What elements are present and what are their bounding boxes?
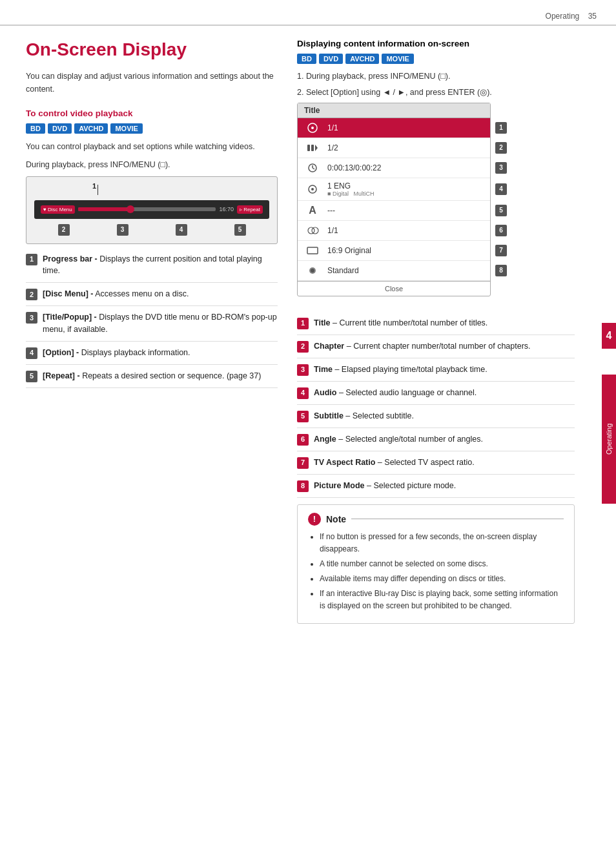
pb-progress-bar [78,207,216,211]
right-item-1-text: Title – Current title number/total numbe… [314,317,488,329]
right-item-8-text: Picture Mode – Selected picture mode. [314,480,456,492]
note-title: Note [326,514,346,524]
pb-num-3: 3 [117,224,128,236]
left-item-4: 4 [Option] - Displays playback informati… [26,347,278,365]
right-num-7: 7 [297,457,309,469]
osd-row-num-7: 7 [495,245,507,256]
osd-icon-angle [304,224,321,237]
pb-num-4: 4 [176,224,187,236]
right-num-6: 6 [297,434,309,446]
right-badge-avchd: AVCHD [345,54,379,64]
osd-row-num-3: 3 [495,162,507,174]
osd-close-button[interactable]: Close [298,281,490,296]
right-item-1: 1 Title – Current title number/total num… [297,317,575,335]
left-item-4-text: [Option] - Displays playback information… [43,347,190,359]
left-column: On-Screen Display You can display and ad… [26,39,297,624]
left-item-3-text: [Title/Popup] - Displays the DVD title m… [43,311,278,336]
body-text-2: During playback, press INFO/MENU (□). [26,158,278,171]
note-icon: ! [308,513,321,526]
pb-progress-fill [78,207,127,211]
main-content: On-Screen Display You can display and ad… [0,26,616,637]
page-title: On-Screen Display [26,39,278,61]
badge-dvd: DVD [48,123,72,134]
right-item-6: 6 Angle – Selected angle/total number of… [297,433,575,451]
instruction-2: 2. Select [Option] using ◄ / ►, and pres… [297,87,575,99]
osd-row-7: 16:9 Original 7 [298,241,490,261]
left-num-badge-4: 4 [26,347,37,359]
osd-value-3: 0:00:13/0:00:22 [327,163,484,172]
osd-row-4: 1 ENG ■ Digital MultiCH 4 [298,178,490,201]
note-item-2: A title number cannot be selected on som… [320,558,564,570]
osd-value-6: 1/1 [327,226,484,235]
svg-point-9 [311,188,314,191]
right-column: Displaying content information on-screen… [297,39,594,624]
osd-icon-picture [304,264,321,277]
note-item-4: If an interactive Blu-ray Disc is playin… [320,588,564,612]
osd-icon-audio [304,183,321,196]
osd-row-num-1: 1 [495,122,507,134]
note-box: ! Note If no button is pressed for a few… [297,504,575,624]
pb-label-1: 1 [92,182,96,190]
osd-icon-disc [304,121,321,134]
left-item-2-text: [Disc Menu] - Accesses menu on a disc. [43,288,189,300]
body-text-1: You can control playback and set options… [26,140,278,153]
osd-value-4: 1 ENG ■ Digital MultiCH [327,181,484,197]
svg-rect-3 [311,145,314,151]
svg-rect-12 [307,247,318,254]
page-header: Operating 35 [0,0,616,25]
right-item-2-text: Chapter – Current chapter number/total n… [314,340,531,353]
right-num-1: 1 [297,318,309,329]
osd-row-2: 1/2 2 [298,138,490,158]
right-badge-row: BD DVD AVCHD MOVIE [297,54,575,64]
left-item-3: 3 [Title/Popup] - Displays the DVD title… [26,311,278,342]
osd-box: Title 1/1 1 1/2 2 [297,103,491,296]
left-num-badge-5: 5 [26,371,37,382]
playback-illustration: 1 ♥ Disc Menu 16:70 ▹ Repeat 2 3 4 [26,176,278,244]
osd-row-6: 1/1 6 [298,221,490,241]
right-badge-movie: MOVIE [382,54,413,64]
left-item-list: 1 Progress bar - Displays the current po… [26,253,278,388]
badge-avchd: AVCHD [74,123,108,134]
right-badge-bd: BD [297,54,316,64]
osd-value-8: Standard [327,266,484,275]
badge-movie: MOVIE [110,123,142,134]
osd-value-1: 1/1 [327,123,484,132]
svg-rect-2 [307,145,310,151]
chapter-number-tab: 4 [602,323,616,349]
osd-row-num-6: 6 [495,225,507,236]
osd-container: Title 1/1 1 1/2 2 [297,103,491,307]
pb-progress-dot [127,205,134,213]
section-label: Operating [546,12,580,21]
right-badge-dvd: DVD [319,54,343,64]
osd-row-num-4: 4 [495,183,507,195]
right-item-6-text: Angle – Selected angle/total number of a… [314,433,483,446]
osd-row-num-5: 5 [495,205,507,216]
pb-num-5: 5 [234,224,246,236]
osd-value-5: --- [327,206,484,215]
osd-row-num-2: 2 [495,142,507,154]
svg-line-7 [313,168,314,169]
right-section-heading: Displaying content information on-screen [297,39,575,48]
right-item-5-text: Subtitle – Selected subtitle. [314,410,414,422]
osd-icon-chapters [304,141,321,154]
svg-point-1 [311,127,314,129]
pb-controls: ♥ Disc Menu 16:70 ▹ Repeat [41,205,263,214]
pb-num-2: 2 [58,224,70,236]
left-num-badge-2: 2 [26,289,37,300]
right-num-5: 5 [297,411,309,422]
right-num-4: 4 [297,387,309,399]
left-section-heading: To control video playback [26,108,278,118]
osd-title-bar: Title [298,103,490,118]
note-list: If no button is pressed for a few second… [308,531,564,613]
note-header: ! Note [308,513,564,526]
instruction-1: 1. During playback, press INFO/MENU (□). [297,70,575,83]
right-item-4: 4 Audio – Selected audio language or cha… [297,387,575,405]
osd-icon-time [304,161,321,174]
left-num-badge-1: 1 [26,254,37,265]
left-badge-row: BD DVD AVCHD MOVIE [26,123,278,134]
right-num-8: 8 [297,480,309,492]
pb-nums-row: 2 3 4 5 [34,224,269,236]
right-num-2: 2 [297,341,309,353]
right-item-2: 2 Chapter – Current chapter number/total… [297,340,575,358]
osd-row-3: 0:00:13/0:00:22 3 [298,158,490,178]
